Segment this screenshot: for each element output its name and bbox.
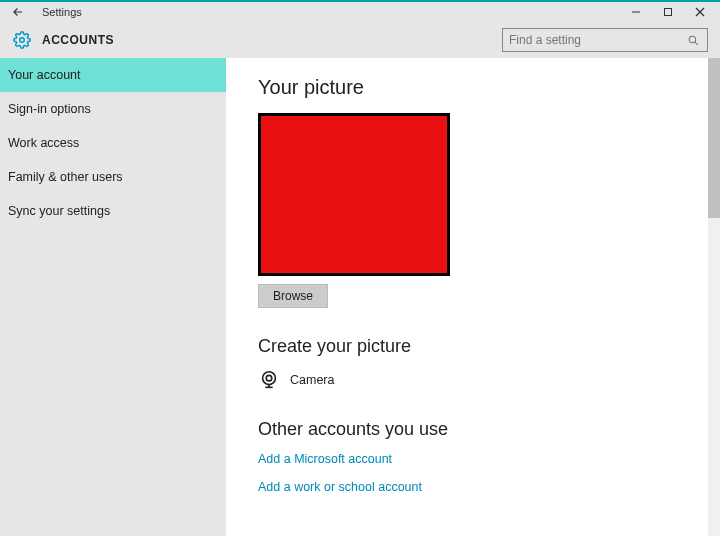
sidebar-item-label: Family & other users [8, 170, 123, 184]
browse-label: Browse [273, 289, 313, 303]
svg-point-5 [689, 36, 696, 43]
add-microsoft-account-link[interactable]: Add a Microsoft account [258, 452, 720, 466]
your-picture-heading: Your picture [258, 76, 720, 99]
svg-rect-1 [665, 9, 672, 16]
svg-line-6 [695, 42, 698, 45]
svg-point-8 [266, 375, 272, 381]
sidebar-item-label: Sync your settings [8, 204, 110, 218]
sidebar-item-signin-options[interactable]: Sign-in options [0, 92, 226, 126]
camera-label: Camera [290, 373, 334, 387]
camera-icon [258, 369, 280, 391]
sidebar-item-family-users[interactable]: Family & other users [0, 160, 226, 194]
camera-option[interactable]: Camera [258, 369, 720, 391]
back-button[interactable] [8, 3, 28, 21]
main-content: Your picture Browse Create your picture … [226, 58, 720, 536]
search-input[interactable] [509, 33, 687, 47]
sidebar-item-your-account[interactable]: Your account [0, 58, 226, 92]
sidebar-item-label: Work access [8, 136, 79, 150]
minimize-button[interactable] [620, 3, 652, 21]
gear-icon [12, 30, 32, 50]
svg-point-4 [20, 38, 25, 43]
browse-button[interactable]: Browse [258, 284, 328, 308]
create-picture-heading: Create your picture [258, 336, 720, 357]
sidebar: Your account Sign-in options Work access… [0, 58, 226, 536]
search-box[interactable] [502, 28, 708, 52]
account-picture [258, 113, 450, 276]
sidebar-item-label: Sign-in options [8, 102, 91, 116]
window-title: Settings [42, 6, 82, 18]
category-title: ACCOUNTS [42, 33, 114, 47]
header: ACCOUNTS [0, 22, 720, 58]
maximize-button[interactable] [652, 3, 684, 21]
close-button[interactable] [684, 3, 716, 21]
svg-point-7 [263, 372, 276, 385]
other-accounts-heading: Other accounts you use [258, 419, 720, 440]
search-icon [687, 33, 701, 47]
sidebar-item-sync-settings[interactable]: Sync your settings [0, 194, 226, 228]
add-work-school-account-link[interactable]: Add a work or school account [258, 480, 720, 494]
sidebar-item-label: Your account [8, 68, 81, 82]
scrollbar-thumb[interactable] [708, 58, 720, 218]
sidebar-item-work-access[interactable]: Work access [0, 126, 226, 160]
titlebar: Settings [0, 0, 720, 22]
